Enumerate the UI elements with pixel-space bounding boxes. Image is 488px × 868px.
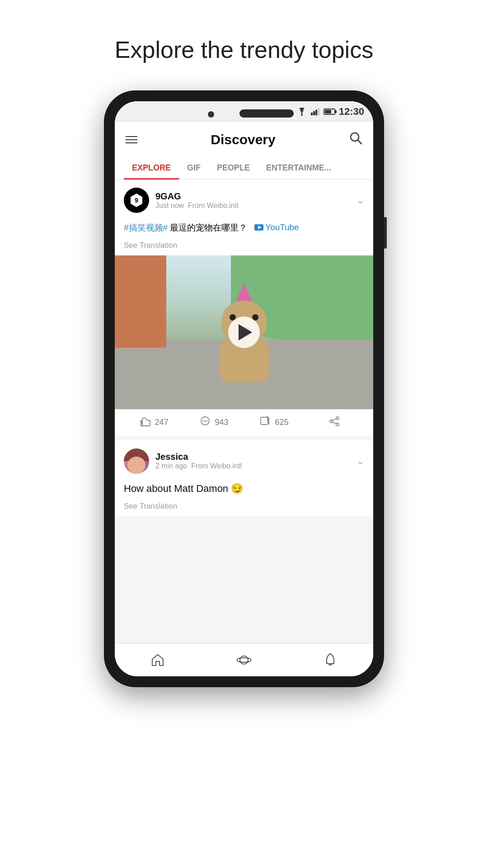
svg-line-6: [358, 140, 361, 144]
play-button[interactable]: [228, 316, 260, 348]
svg-rect-3: [315, 110, 317, 115]
svg-line-20: [333, 419, 336, 420]
phone-camera: [208, 111, 214, 118]
youtube-link[interactable]: YouTube: [254, 221, 299, 234]
see-translation[interactable]: See Translation: [115, 241, 373, 255]
page-title: Explore the trendy topics: [115, 36, 373, 63]
post-card-2: Jessica 2 min ago From Weibo.intl ⌄ How …: [115, 440, 373, 516]
status-time: 12:30: [339, 106, 364, 118]
post-header: 9 9GAG Just now From Weibo.intl ⌄: [115, 179, 373, 218]
hamburger-menu-button[interactable]: [126, 136, 137, 143]
svg-line-21: [333, 422, 336, 424]
phone-side-button: [384, 217, 387, 249]
tab-gif[interactable]: GIF: [179, 157, 209, 179]
more-share-button[interactable]: [304, 416, 364, 429]
wifi-icon: [296, 108, 307, 116]
svg-point-18: [330, 420, 333, 423]
chevron-down-icon[interactable]: ⌄: [356, 194, 364, 206]
svg-text:9: 9: [135, 197, 138, 204]
svg-rect-1: [311, 113, 313, 115]
hashtag[interactable]: #搞笑视频#: [124, 223, 168, 232]
feed: 9 9GAG Just now From Weibo.intl ⌄ #: [115, 179, 373, 643]
brick-wall-bg: [115, 255, 166, 348]
nav-home[interactable]: [115, 649, 201, 671]
phone-screen: 12:30 Discovery EXPLORE GIF PEOPLE E: [115, 101, 373, 676]
home-icon: [150, 653, 165, 667]
post-card: 9 9GAG Just now From Weibo.intl ⌄ #: [115, 179, 373, 436]
tab-people[interactable]: PEOPLE: [209, 157, 258, 179]
jessica-author-info: Jessica 2 min ago From Weibo.intl: [155, 452, 242, 470]
post-header-left-2: Jessica 2 min ago From Weibo.intl: [124, 448, 242, 474]
bell-icon: [324, 653, 337, 667]
app-header: Discovery: [115, 122, 373, 157]
signal-icon: [311, 108, 320, 115]
svg-point-23: [237, 658, 251, 662]
svg-point-0: [301, 114, 303, 116]
repost-icon: [259, 416, 271, 429]
comment-icon: [199, 416, 211, 429]
tab-explore[interactable]: EXPLORE: [124, 157, 179, 179]
post-actions: 247 943: [115, 409, 373, 436]
svg-point-22: [240, 656, 248, 664]
like-count: 247: [155, 418, 168, 427]
jessica-post-text: How about Matt Damon 😏: [115, 479, 373, 502]
svg-rect-4: [318, 108, 319, 115]
battery-icon: [324, 108, 335, 115]
tab-entertainment[interactable]: ENTERTAINME...: [258, 157, 339, 179]
post-header-left: 9 9GAG Just now From Weibo.intl: [124, 188, 239, 213]
svg-point-14: [206, 420, 208, 421]
share-count: 625: [275, 418, 288, 427]
jessica-author-name: Jessica: [155, 452, 242, 462]
svg-point-12: [203, 420, 204, 421]
avatar-jessica: [124, 448, 149, 474]
like-button[interactable]: 247: [124, 416, 184, 429]
author-info: 9GAG Just now From Weibo.intl: [155, 191, 239, 210]
jessica-post-meta: 2 min ago From Weibo.intl: [155, 462, 242, 470]
chevron-down-icon-2[interactable]: ⌄: [356, 455, 364, 467]
planet-icon: [237, 653, 251, 667]
play-triangle-icon: [239, 324, 252, 340]
author-name: 9GAG: [155, 191, 239, 202]
search-button[interactable]: [349, 131, 362, 148]
post-meta: Just now From Weibo.intl: [155, 202, 239, 209]
post-text: #搞笑视频# 最逗的宠物在哪里？ YouTube: [115, 218, 373, 241]
comment-count: 943: [215, 418, 228, 427]
comment-button[interactable]: 943: [184, 416, 244, 429]
svg-rect-2: [313, 111, 315, 115]
repost-button[interactable]: 625: [244, 416, 304, 429]
svg-point-13: [205, 420, 206, 421]
nav-discover[interactable]: [201, 649, 287, 671]
jessica-face-skin: [127, 457, 145, 474]
post-header-2: Jessica 2 min ago From Weibo.intl ⌄: [115, 440, 373, 479]
phone-frame: 12:30 Discovery EXPLORE GIF PEOPLE E: [104, 90, 384, 687]
nav-notifications[interactable]: [287, 649, 373, 671]
avatar: 9: [124, 188, 149, 213]
like-icon: [139, 416, 151, 429]
jessica-see-translation[interactable]: See Translation: [115, 502, 373, 516]
tab-bar: EXPLORE GIF PEOPLE ENTERTAINME...: [115, 157, 373, 179]
video-thumbnail[interactable]: [115, 255, 373, 409]
share-icon: [328, 416, 340, 429]
svg-point-19: [336, 423, 339, 426]
svg-rect-15: [261, 417, 268, 425]
status-icons: 12:30: [296, 106, 364, 118]
app-title: Discovery: [211, 132, 275, 147]
phone-speaker: [239, 109, 294, 118]
bottom-nav: [115, 643, 373, 676]
svg-point-17: [336, 417, 339, 420]
